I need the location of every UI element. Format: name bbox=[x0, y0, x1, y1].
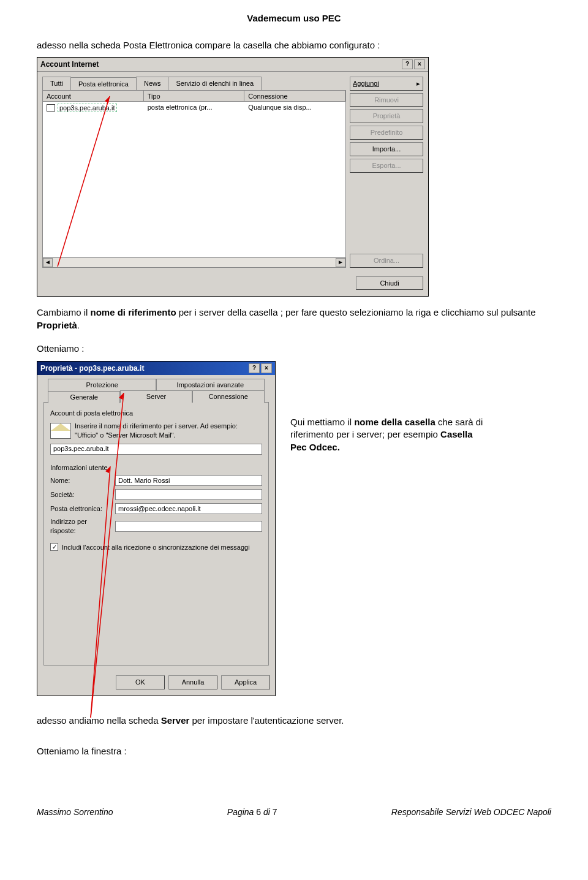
tab-strip: Tutti Posta elettronica News Servizio di… bbox=[42, 77, 346, 90]
otteniamo-label: Otteniamo : bbox=[37, 343, 551, 355]
tab-generale[interactable]: Generale bbox=[48, 391, 120, 403]
ok-button[interactable]: OK bbox=[116, 675, 165, 689]
paragraph-server-tab: adesso andiamo nella scheda Server per i… bbox=[37, 715, 551, 727]
nome-field[interactable]: Dott. Mario Rossi bbox=[115, 475, 262, 486]
help-button[interactable]: ? bbox=[249, 363, 260, 373]
scroll-right-icon[interactable]: ► bbox=[336, 258, 345, 267]
col-tipo: Tipo bbox=[144, 91, 245, 101]
risposte-field[interactable] bbox=[115, 521, 262, 532]
account-help-text: Inserire il nome di riferimento per i se… bbox=[75, 422, 238, 440]
cell-conn: Qualunque sia disp... bbox=[244, 102, 345, 113]
predefinito-button: Predefinito bbox=[350, 126, 423, 140]
help-button[interactable]: ? bbox=[402, 59, 413, 69]
proprieta-button: Proprietà bbox=[350, 109, 423, 123]
aggiungi-button[interactable]: Aggiungi▸ bbox=[350, 77, 423, 91]
screenshot-account-internet: Account Internet ? × Tutti Posta elettro… bbox=[37, 57, 551, 297]
envelope-icon bbox=[50, 423, 71, 439]
col-connessione: Connessione bbox=[244, 91, 345, 101]
importa-button[interactable]: Importa... bbox=[350, 142, 423, 156]
tab-servizio[interactable]: Servizio di elenchi in linea bbox=[168, 77, 262, 90]
footer-right: Responsabile Servizi Web ODCEC Napoli bbox=[391, 806, 551, 818]
label-posta: Posta elettronica: bbox=[50, 504, 111, 514]
list-item[interactable]: pop3s.pec.aruba.it posta elettronica (pr… bbox=[43, 102, 345, 113]
paragraph-change-name: Cambiamo il nome di riferimento per i se… bbox=[37, 306, 551, 332]
dialog-proprieta: Proprietà - pop3s.pec.aruba.it ? × Prote… bbox=[37, 361, 276, 696]
label-nome: Nome: bbox=[50, 476, 111, 485]
tab-news[interactable]: News bbox=[136, 77, 169, 90]
include-label: Includi l'account alla ricezione o sincr… bbox=[62, 543, 250, 552]
cell-account: pop3s.pec.aruba.it bbox=[58, 104, 117, 112]
chiudi-button[interactable]: Chiudi bbox=[356, 276, 423, 290]
tab-posta[interactable]: Posta elettronica bbox=[70, 77, 137, 91]
footer-mid: Pagina 6 di 7 bbox=[227, 806, 277, 818]
window-title: Proprietà - pop3s.pec.aruba.it bbox=[40, 363, 247, 373]
scrollbar-horizontal[interactable]: ◄ ► bbox=[43, 257, 345, 267]
otteniamo-label-2: Otteniamo la finestra : bbox=[37, 745, 551, 757]
scroll-left-icon[interactable]: ◄ bbox=[43, 258, 53, 267]
close-button[interactable]: × bbox=[261, 363, 272, 373]
account-icon bbox=[47, 104, 55, 112]
close-button[interactable]: × bbox=[414, 59, 425, 69]
tab-avanzate[interactable]: Impostazioni avanzate bbox=[156, 379, 265, 391]
include-checkbox[interactable]: ✓ bbox=[50, 543, 58, 551]
section-user: Informazioni utente bbox=[50, 463, 262, 472]
label-societa: Società: bbox=[50, 490, 111, 499]
window-title: Account Internet bbox=[40, 59, 401, 69]
cell-tipo: posta elettronica (pr... bbox=[144, 102, 245, 113]
page-footer: Massimo Sorrentino Pagina 6 di 7 Respons… bbox=[37, 806, 551, 818]
tab-tutti[interactable]: Tutti bbox=[42, 77, 71, 90]
col-account: Account bbox=[43, 91, 144, 101]
account-name-field[interactable]: pop3s.pec.aruba.it bbox=[50, 444, 262, 455]
rimuovi-button: Rimuovi bbox=[350, 93, 423, 107]
annotation-text: Qui mettiamo il nome della casella che s… bbox=[290, 361, 486, 453]
intro-paragraph: adesso nella scheda Posta Elettronica co… bbox=[37, 39, 551, 51]
applica-button[interactable]: Applica bbox=[221, 675, 270, 689]
ordina-button: Ordina... bbox=[350, 254, 423, 268]
dialog-account-internet: Account Internet ? × Tutti Posta elettro… bbox=[37, 57, 429, 297]
titlebar: Proprietà - pop3s.pec.aruba.it ? × bbox=[37, 362, 275, 375]
titlebar: Account Internet ? × bbox=[37, 58, 428, 72]
account-list: Account Tipo Connessione pop3s.pec.aruba… bbox=[42, 90, 346, 268]
footer-left: Massimo Sorrentino bbox=[37, 806, 113, 818]
label-risposte: Indirizzo per risposte: bbox=[50, 517, 111, 536]
posta-field[interactable]: mrossi@pec.odcec.napoli.it bbox=[115, 503, 262, 514]
tab-protezione[interactable]: Protezione bbox=[48, 379, 156, 391]
esporta-button: Esporta... bbox=[350, 159, 423, 173]
section-account: Account di posta elettronica bbox=[50, 409, 262, 418]
tab-connessione[interactable]: Connessione bbox=[192, 390, 265, 403]
societa-field[interactable] bbox=[115, 489, 262, 500]
tab-server[interactable]: Server bbox=[120, 390, 192, 403]
doc-title: Vademecum uso PEC bbox=[37, 12, 551, 25]
annulla-button[interactable]: Annulla bbox=[168, 675, 217, 689]
